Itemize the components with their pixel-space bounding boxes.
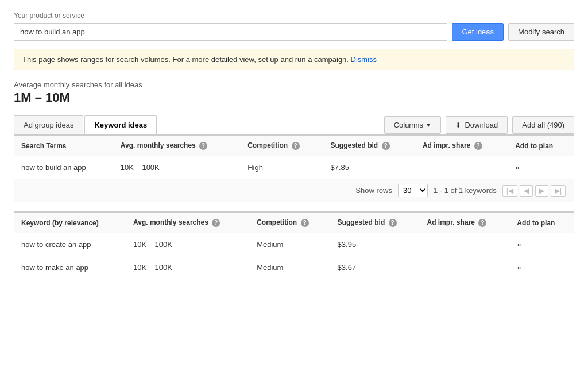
pagination-row: Show rows 10 20 30 50 100 1 - 1 of 1 key… (14, 179, 574, 202)
get-ideas-button[interactable]: Get ideas (452, 23, 504, 41)
pagination-nav: |◀ ◀ ▶ ▶| (502, 185, 566, 197)
cell-avg-monthly: 10K – 100K (114, 156, 241, 179)
download-icon: ⬇ (455, 121, 461, 129)
col-header-keyword-suggested-bid: Suggested bid ? (331, 212, 420, 233)
cell-keyword-2-avg-monthly: 10K – 100K (126, 256, 250, 279)
cell-ad-impr-share: – (416, 156, 508, 179)
search-terms-table: Search Terms Avg. monthly searches ? Com… (14, 134, 574, 179)
ad-impr-share-help-icon[interactable]: ? (474, 142, 482, 150)
notice-bar: This page shows ranges for search volume… (14, 49, 574, 70)
cell-competition: High (241, 156, 323, 179)
col-header-keyword: Keyword (by relevance) (14, 212, 126, 233)
modify-search-button[interactable]: Modify search (508, 23, 574, 41)
col-header-keyword-avg-monthly: Avg. monthly searches ? (126, 212, 250, 233)
cell-suggested-bid: $7.85 (324, 156, 416, 179)
tab-ad-group-ideas[interactable]: Ad group ideas (14, 115, 83, 134)
action-buttons: Columns ▼ ⬇ Download Add all (490) (384, 116, 574, 134)
keyword-avg-monthly-help-icon[interactable]: ? (212, 219, 220, 227)
col-header-search-terms: Search Terms (14, 135, 114, 156)
chevron-down-icon: ▼ (425, 122, 431, 128)
cell-keyword-2-suggested-bid: $3.67 (331, 256, 420, 279)
cell-keyword-1-competition: Medium (250, 233, 330, 256)
cell-keyword-2-ad-impr-share: – (420, 256, 510, 279)
keyword-ad-impr-share-help-icon[interactable]: ? (478, 219, 486, 227)
col-header-suggested-bid: Suggested bid ? (324, 135, 416, 156)
rows-per-page-select[interactable]: 10 20 30 50 100 (398, 184, 428, 197)
columns-label: Columns (394, 121, 423, 129)
keyword-competition-help-icon[interactable]: ? (301, 219, 309, 227)
cell-keyword-1-add-to-plan[interactable]: » (510, 233, 574, 256)
search-row: Get ideas Modify search (14, 23, 574, 41)
show-rows-label: Show rows (355, 186, 392, 195)
table-row: how to build an app 10K – 100K High $7.8… (14, 156, 574, 179)
last-page-button[interactable]: ▶| (551, 185, 566, 197)
tab-keyword-ideas[interactable]: Keyword ideas (84, 115, 157, 134)
notice-dismiss-link[interactable]: Dismiss (351, 55, 377, 64)
download-label: Download (465, 121, 498, 129)
keyword-ideas-table-section: Keyword (by relevance) Avg. monthly sear… (14, 211, 574, 279)
cell-keyword-1-suggested-bid: $3.95 (331, 233, 420, 256)
cell-keyword-1-avg-monthly: 10K – 100K (126, 233, 250, 256)
download-button[interactable]: ⬇ Download (446, 116, 508, 134)
add-all-button[interactable]: Add all (490) (512, 116, 574, 134)
cell-keyword-2: how to make an app (14, 256, 126, 279)
search-terms-table-section: Search Terms Avg. monthly searches ? Com… (14, 134, 574, 202)
keyword-ideas-table: Keyword (by relevance) Avg. monthly sear… (14, 211, 574, 279)
col-header-ad-impr-share: Ad impr. share ? (416, 135, 508, 156)
col-header-add-to-plan: Add to plan (508, 135, 574, 156)
competition-help-icon[interactable]: ? (292, 142, 300, 150)
search-input[interactable] (14, 23, 447, 41)
col-header-keyword-add-to-plan: Add to plan (510, 212, 574, 233)
keyword-suggested-bid-help-icon[interactable]: ? (389, 219, 397, 227)
first-page-button[interactable]: |◀ (502, 185, 517, 197)
tabs-container: Ad group ideas Keyword ideas (14, 115, 158, 134)
suggested-bid-help-icon[interactable]: ? (382, 142, 390, 150)
col-header-keyword-competition: Competition ? (250, 212, 330, 233)
col-header-avg-monthly: Avg. monthly searches ? (114, 135, 241, 156)
next-page-button[interactable]: ▶ (535, 185, 548, 197)
cell-add-to-plan[interactable]: » (508, 156, 574, 179)
columns-button[interactable]: Columns ▼ (384, 116, 441, 134)
col-header-competition: Competition ? (241, 135, 323, 156)
stats-label: Average monthly searches for all ideas (14, 80, 574, 89)
prev-page-button[interactable]: ◀ (520, 185, 533, 197)
cell-keyword-1: how to create an app (14, 233, 126, 256)
tabs-and-actions: Ad group ideas Keyword ideas Columns ▼ ⬇… (14, 115, 574, 134)
table-row: how to create an app 10K – 100K Medium $… (14, 233, 574, 256)
cell-search-term: how to build an app (14, 156, 114, 179)
stats-section: Average monthly searches for all ideas 1… (14, 80, 574, 105)
product-label: Your product or service (14, 11, 574, 20)
page-range-text: 1 - 1 of 1 keywords (434, 186, 497, 195)
avg-monthly-help-icon[interactable]: ? (199, 142, 207, 150)
table-row: how to make an app 10K – 100K Medium $3.… (14, 256, 574, 279)
cell-keyword-2-competition: Medium (250, 256, 330, 279)
stats-value: 1M – 10M (14, 90, 574, 105)
col-header-keyword-ad-impr-share: Ad impr. share ? (420, 212, 510, 233)
notice-text: This page shows ranges for search volume… (22, 55, 349, 64)
cell-keyword-2-add-to-plan[interactable]: » (510, 256, 574, 279)
cell-keyword-1-ad-impr-share: – (420, 233, 510, 256)
